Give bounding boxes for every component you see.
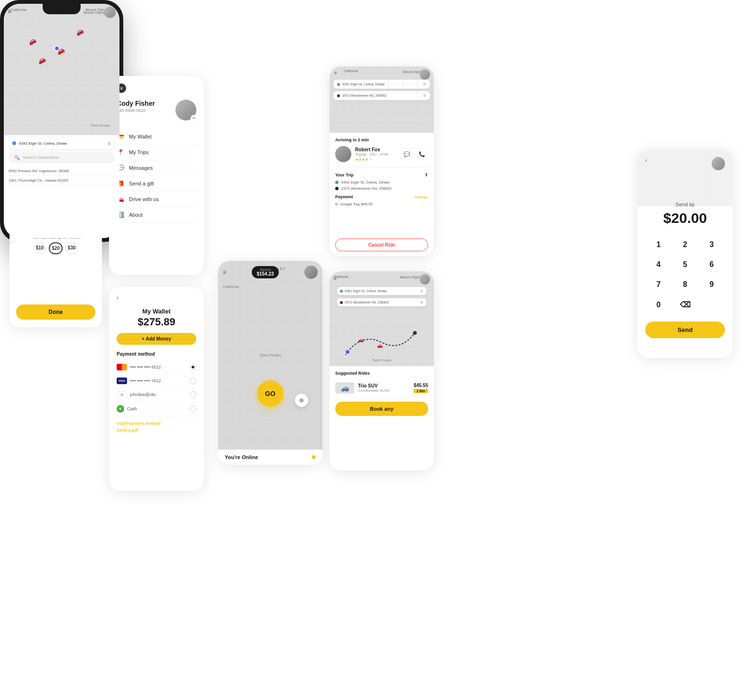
cash-label: Cash <box>127 406 187 411</box>
rides-clear-to[interactable]: ⊗ <box>420 300 423 304</box>
ride-option-suv[interactable]: 🚙 Trio SUV Comfortable SUVs $45.55 2 Min <box>335 379 428 397</box>
map-clear-to[interactable]: ⊗ <box>423 93 426 98</box>
screen-wallet: ‹ My Wallet $275.89 + Add Money Payment … <box>109 287 204 491</box>
numpad-0[interactable]: 0 <box>645 295 672 315</box>
cash-radio[interactable] <box>190 405 196 412</box>
menu-item-wallet[interactable]: 💳 My Wallet <box>117 129 196 145</box>
location-from-text: 6391 Elgin St, Celina, Delaw <box>19 141 104 146</box>
rides-loc-from: 6391 Elgin St, Celina, Delaw ⊗ <box>337 287 426 295</box>
numpad-5[interactable]: 5 <box>672 255 698 275</box>
online-header: ≡ Earned $154.23 <box>223 266 318 279</box>
numpad-3[interactable]: 3 <box>698 235 725 255</box>
svg-point-1 <box>346 350 349 354</box>
payment-gpay[interactable]: G johndoe@okc <box>117 388 196 402</box>
phone-location-bar: 6391 Elgin St, Celina, Delaw ⊗ <box>9 138 115 149</box>
book-button[interactable]: Book any <box>335 402 428 416</box>
tip-30[interactable]: $30 <box>65 242 78 254</box>
tip-options: $10 $20 $30 <box>33 242 78 254</box>
payment-visa[interactable]: VISA •••• •••• •••• 7412 <box>117 374 196 388</box>
menu-item-drive[interactable]: 🚗 Drive with us <box>117 192 196 207</box>
search-icon: 🔍 <box>14 155 20 160</box>
svg-point-0 <box>413 331 417 335</box>
map-clear-from[interactable]: ⊗ <box>423 82 426 86</box>
rides-dot-to <box>340 301 343 304</box>
gift-label: Send a gift <box>129 181 154 186</box>
numpad: 1 2 3 4 5 6 7 8 9 0 ⌫ <box>645 235 725 315</box>
cancel-ride-button[interactable]: Cancel Ride <box>335 239 428 251</box>
add-payment-link[interactable]: Add Payment method <box>117 421 196 426</box>
payment-section-title: Payment method <box>117 351 196 357</box>
online-status-text: You're Online <box>225 454 258 460</box>
go-button[interactable]: GO <box>257 380 284 407</box>
car-marker-4: 🚗 <box>73 26 84 37</box>
driver-car: Toyota · 15U - 4796 <box>355 152 397 157</box>
mastercard-radio[interactable] <box>190 364 196 370</box>
ride-menu-icon[interactable]: ≡ <box>334 70 337 75</box>
rides-map: Mount Olympus California ≡ 6391 Elgin St… <box>330 271 434 366</box>
numpad-7[interactable]: 7 <box>645 275 672 295</box>
address-suggestion-1[interactable]: 8502 Preston Rd. Inglewood, 98380 <box>9 166 115 176</box>
add-money-button[interactable]: + Add Money <box>117 333 196 345</box>
wallet-back-arrow[interactable]: ‹ <box>117 295 196 301</box>
numpad-backspace[interactable]: ⌫ <box>672 295 698 315</box>
suv-desc: Comfortable SUVs <box>358 388 410 393</box>
numpad-8[interactable]: 8 <box>672 275 698 295</box>
send-gift-link[interactable]: Send a gift <box>117 428 196 433</box>
tip-driver-avatar <box>712 157 725 170</box>
rides-clear-from[interactable]: ⊗ <box>420 289 423 293</box>
online-menu-icon[interactable]: ≡ <box>223 269 226 276</box>
trip-from-text: 6391 Elgin St, Celina, Delaw <box>341 180 389 184</box>
payment-cash[interactable]: 💵 Cash <box>117 402 196 416</box>
send-button[interactable]: Send <box>645 322 725 338</box>
search-destination-bar[interactable]: 🔍 Search Destination <box>9 152 115 164</box>
visa-digits: •••• •••• •••• 7412 <box>130 378 187 383</box>
messages-label: Messages <box>129 165 153 171</box>
payment-mastercard[interactable]: •••• •••• •••• 6512 <box>117 360 196 374</box>
online-indicator <box>312 455 316 459</box>
driver-row: Robert Fox Toyota · 15U - 4796 ★★★★★ 💬 📞 <box>335 146 428 167</box>
numpad-9[interactable]: 9 <box>698 275 725 295</box>
address-suggestion-2[interactable]: 1901 Thornridge Cir., Hawaii 81063 <box>9 176 115 185</box>
share-icon[interactable]: ⬆ <box>424 172 428 177</box>
ride-map-loc-from: 6391 Elgin St, Celina, Delaw ⊗ <box>333 80 430 89</box>
map-dot-from <box>337 83 340 86</box>
phone-notch <box>43 4 81 14</box>
menu-item-trips[interactable]: 📍 My Trips <box>117 145 196 160</box>
payment-label: Payment <box>335 194 353 199</box>
message-driver-button[interactable]: 💬 <box>401 148 413 160</box>
tip-20[interactable]: $20 <box>49 242 63 254</box>
big-phone-map: California Mount Olympus ≡ 🚗 🚗 🚗 🚗 Twin … <box>4 4 119 135</box>
change-link[interactable]: Change <box>414 195 428 199</box>
gpay-radio[interactable] <box>190 391 196 398</box>
rides-dot-from <box>340 290 343 293</box>
edit-icon[interactable]: ✏ <box>191 115 197 121</box>
numpad-4[interactable]: 4 <box>645 255 672 275</box>
tip-display-amount: $20.00 <box>645 210 725 226</box>
visa-radio[interactable] <box>190 378 196 384</box>
menu-item-gift[interactable]: 🎁 Send a gift <box>117 176 196 192</box>
driver-name: Robert Fox <box>355 147 397 152</box>
menu-item-messages[interactable]: 💬 Messages <box>117 160 196 176</box>
tip-10[interactable]: $10 <box>33 242 46 254</box>
phone-menu-icon[interactable]: ≡ <box>8 8 11 15</box>
phone-inner: California Mount Olympus ≡ 🚗 🚗 🚗 🚗 Twin … <box>4 4 119 238</box>
gpay-email: johndoe@okc <box>130 392 187 397</box>
numpad-2[interactable]: 2 <box>672 235 698 255</box>
mastercard-digits: •••• •••• •••• 6512 <box>130 365 187 369</box>
menu-item-about[interactable]: ℹ️ About <box>117 207 196 223</box>
clear-location-icon[interactable]: ⊗ <box>107 141 111 146</box>
location-crosshair[interactable]: ⊕ <box>295 394 308 407</box>
cash-icon: 💵 <box>117 405 124 413</box>
numpad-6[interactable]: 6 <box>698 255 725 275</box>
call-driver-button[interactable]: 📞 <box>416 148 428 160</box>
numpad-1[interactable]: 1 <box>645 235 672 255</box>
rides-menu-icon[interactable]: ≡ <box>333 275 337 282</box>
arriving-text: Arriving in 2 min <box>335 138 428 142</box>
done-button[interactable]: Done <box>16 304 95 320</box>
gpay-icon: G <box>117 391 127 398</box>
visa-icon: VISA <box>117 378 127 384</box>
your-trip-title: Your Trip <box>335 173 354 177</box>
profile-avatar: ✏ <box>175 100 196 120</box>
trip-to-text: 2972 Westheimer Rd. 258992 <box>341 186 392 191</box>
trips-label: My Trips <box>129 149 149 155</box>
